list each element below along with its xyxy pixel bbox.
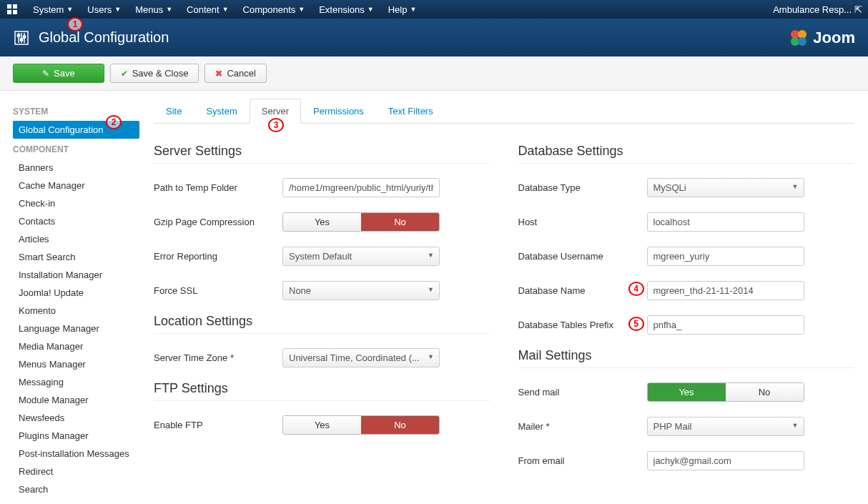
database-settings-heading: Database Settings <box>518 144 854 164</box>
sidebar-item[interactable]: Language Manager <box>13 320 139 337</box>
caret-down-icon: ▼ <box>222 6 229 13</box>
tab-server[interactable]: Server <box>250 99 301 124</box>
sidebar-item[interactable]: Newsfeeds <box>13 409 139 427</box>
menu-components[interactable]: Components▼ <box>236 1 312 18</box>
mailer-label: Mailer * <box>518 421 647 432</box>
svg-rect-0 <box>7 4 11 9</box>
sidebar-item-global-config[interactable]: Global Configuration <box>13 121 139 139</box>
svg-rect-1 <box>13 4 17 9</box>
sidebar-item[interactable]: Module Manager <box>13 391 139 409</box>
caret-down-icon: ▼ <box>66 6 73 13</box>
sidebar-item[interactable]: Plugins Manager <box>13 427 139 445</box>
force-ssl-label: Force SSL <box>154 285 282 296</box>
mailer-select[interactable]: PHP Mail <box>647 417 804 436</box>
gzip-no[interactable]: No <box>361 213 439 231</box>
db-prefix-label: Database Tables Prefix <box>518 320 647 330</box>
send-mail-no[interactable]: No <box>726 383 804 401</box>
sidebar-heading-system: SYSTEM <box>13 107 139 117</box>
db-username-input[interactable] <box>647 247 804 266</box>
sidebar-item[interactable]: Articles <box>13 230 139 248</box>
svg-rect-9 <box>21 39 23 41</box>
toolbar: ✎Save ✔Save & Close ✖Cancel <box>0 56 868 91</box>
menu-help[interactable]: Help▼ <box>381 1 424 18</box>
right-column: Database Settings Database Type MySQLi H… <box>518 138 854 484</box>
sidebar-heading-component: COMPONENT <box>13 144 139 154</box>
sidebar-item[interactable]: Banners <box>13 159 139 177</box>
from-email-label: From email <box>518 455 647 466</box>
top-nav: System▼ Users▼ Menus▼ Content▼ Component… <box>0 0 868 19</box>
tab-system[interactable]: System <box>194 99 249 124</box>
sidebar-item[interactable]: Komento <box>13 302 139 320</box>
save-close-button[interactable]: ✔Save & Close <box>110 64 199 83</box>
db-type-select[interactable]: MySQLi <box>647 178 804 197</box>
tab-text-filters[interactable]: Text Filters <box>376 99 445 124</box>
svg-rect-3 <box>13 10 17 14</box>
menu-system[interactable]: System▼ <box>26 1 80 18</box>
menu-content[interactable]: Content▼ <box>179 1 235 18</box>
db-prefix-input[interactable] <box>647 315 804 335</box>
svg-point-14 <box>798 37 807 46</box>
sidebar-item[interactable]: Cache Manager <box>13 177 139 194</box>
sidebar-item[interactable]: Search <box>13 480 139 498</box>
send-mail-yes[interactable]: Yes <box>648 383 726 401</box>
sidebar-item[interactable]: Joomla! Update <box>13 284 139 302</box>
equalizer-icon <box>13 29 30 46</box>
sidebar-item[interactable]: Contacts <box>13 212 139 230</box>
caret-down-icon: ▼ <box>166 6 172 13</box>
sidebar-item[interactable]: Post-installation Messages <box>13 445 139 463</box>
check-icon: ✔ <box>121 69 128 79</box>
save-icon: ✎ <box>42 69 49 79</box>
caret-down-icon: ▼ <box>114 6 121 13</box>
from-email-input[interactable] <box>647 451 804 470</box>
timezone-select[interactable]: Universal Time, Coordinated (... <box>282 348 440 367</box>
sidebar-item[interactable]: Tags <box>13 498 139 504</box>
force-ssl-select[interactable]: None <box>282 281 440 300</box>
save-button[interactable]: ✎Save <box>13 64 104 83</box>
sidebar-item[interactable]: Menus Manager <box>13 355 139 373</box>
menu-users[interactable]: Users▼ <box>80 1 128 18</box>
main-content: Site System Server Permissions Text Filt… <box>139 91 868 504</box>
menu-extensions[interactable]: Extensions▼ <box>312 1 381 18</box>
caret-down-icon: ▼ <box>298 6 305 13</box>
sidebar: SYSTEM Global Configuration 2 COMPONENT … <box>0 91 139 504</box>
send-mail-label: Send mail <box>518 387 647 397</box>
enable-ftp-yes[interactable]: Yes <box>283 416 361 434</box>
gzip-yes[interactable]: Yes <box>283 213 361 231</box>
sidebar-item[interactable]: Smart Search <box>13 248 139 266</box>
send-mail-radio[interactable]: Yes No <box>647 382 804 402</box>
page-title: Global Configuration <box>39 29 169 46</box>
svg-rect-2 <box>7 10 11 14</box>
cancel-icon: ✖ <box>215 69 222 79</box>
site-name-link[interactable]: Ambulance Resp... <box>773 4 852 15</box>
top-menu: System▼ Users▼ Menus▼ Content▼ Component… <box>26 1 423 18</box>
joomla-icon[interactable] <box>6 3 19 16</box>
svg-rect-10 <box>24 36 26 38</box>
sidebar-item[interactable]: Messaging <box>13 373 139 391</box>
page-header: Global Configuration Joom <box>0 19 868 56</box>
joomla-logo: Joom <box>789 28 855 48</box>
gzip-radio[interactable]: Yes No <box>282 212 440 232</box>
db-host-input[interactable] <box>647 212 804 232</box>
tab-site[interactable]: Site <box>154 99 194 124</box>
enable-ftp-radio[interactable]: Yes No <box>282 415 440 435</box>
mail-settings-heading: Mail Settings <box>518 348 854 368</box>
tab-permissions[interactable]: Permissions <box>301 99 376 124</box>
enable-ftp-no[interactable]: No <box>361 416 439 434</box>
error-reporting-label: Error Reporting <box>154 251 282 262</box>
menu-menus[interactable]: Menus▼ <box>128 1 179 18</box>
caret-down-icon: ▼ <box>410 6 416 13</box>
error-reporting-select[interactable]: System Default <box>282 247 440 266</box>
temp-path-input[interactable] <box>282 178 440 197</box>
cancel-button[interactable]: ✖Cancel <box>204 64 266 83</box>
db-host-label: Host <box>518 217 647 227</box>
sidebar-item[interactable]: Check-in <box>13 194 139 212</box>
sidebar-item[interactable]: Installation Manager <box>13 266 139 284</box>
sidebar-item[interactable]: Redirect <box>13 463 139 480</box>
db-name-input[interactable] <box>647 281 804 300</box>
top-right[interactable]: Ambulance Resp... ⇱ <box>773 4 862 15</box>
tabs: Site System Server Permissions Text Filt… <box>154 98 854 124</box>
sidebar-item[interactable]: Media Manager <box>13 337 139 355</box>
server-settings-heading: Server Settings <box>154 144 490 164</box>
ftp-settings-heading: FTP Settings <box>154 381 490 401</box>
temp-path-label: Path to Temp Folder <box>154 182 282 193</box>
